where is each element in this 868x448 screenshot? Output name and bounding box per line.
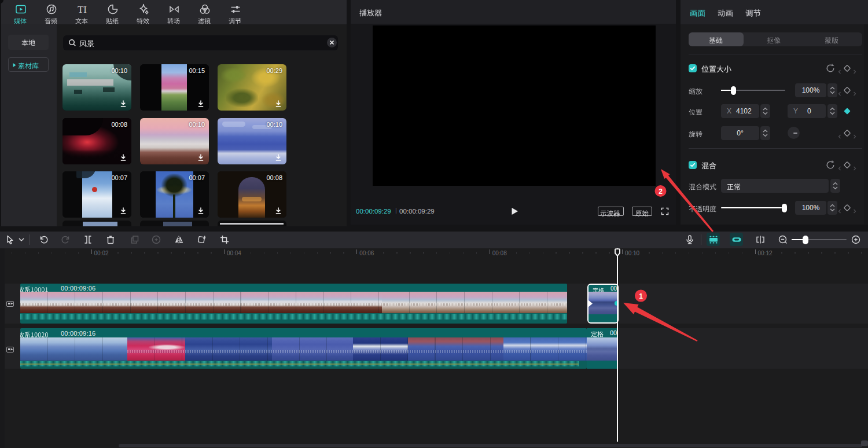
svg-text:2: 2 [659, 188, 663, 196]
svg-text:1: 1 [639, 292, 643, 300]
